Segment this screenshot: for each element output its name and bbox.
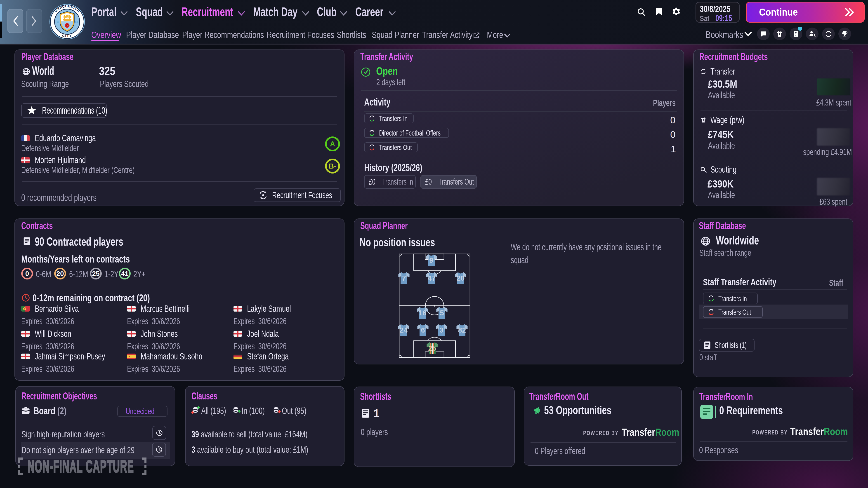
svg-text:25: 25 (428, 344, 436, 352)
svg-text:24: 24 (400, 326, 408, 334)
svg-text:18: 18 (57, 21, 59, 23)
svg-text:82: 82 (458, 326, 466, 334)
svg-text:94: 94 (75, 21, 78, 23)
svg-text:5: 5 (440, 309, 444, 317)
svg-text:3: 3 (439, 326, 443, 334)
svg-text:7: 7 (402, 274, 406, 282)
svg-text:CITY: CITY (62, 34, 72, 37)
svg-text:9: 9 (429, 256, 433, 264)
svg-text:16: 16 (418, 309, 426, 317)
svg-text:47: 47 (428, 274, 436, 282)
svg-text:20: 20 (457, 274, 465, 282)
svg-text:6: 6 (421, 326, 425, 334)
